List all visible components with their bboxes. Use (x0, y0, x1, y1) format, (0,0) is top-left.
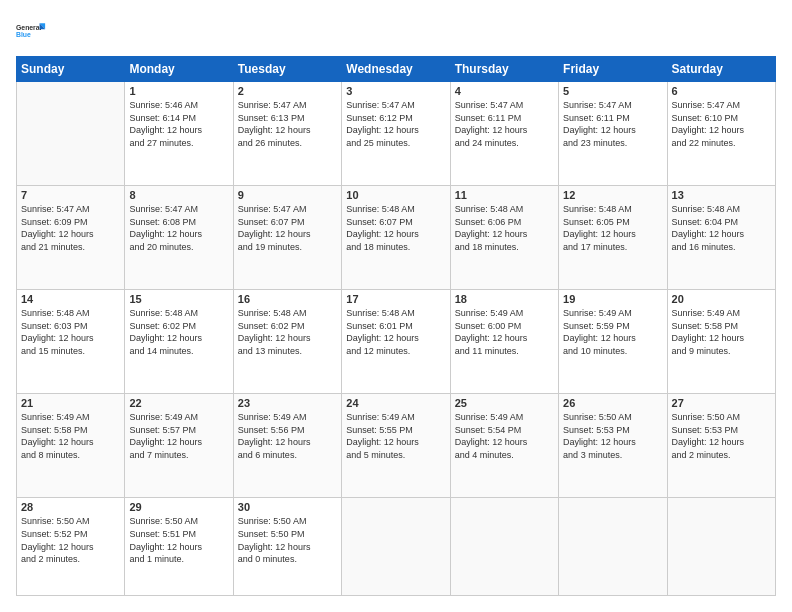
day-number: 2 (238, 85, 337, 97)
calendar-week-4: 21Sunrise: 5:49 AM Sunset: 5:58 PM Dayli… (17, 394, 776, 498)
calendar-cell: 8Sunrise: 5:47 AM Sunset: 6:08 PM Daylig… (125, 186, 233, 290)
day-info: Sunrise: 5:49 AM Sunset: 5:55 PM Dayligh… (346, 411, 445, 461)
logo: GeneralBlue (16, 16, 46, 46)
day-number: 23 (238, 397, 337, 409)
day-number: 27 (672, 397, 771, 409)
calendar-week-3: 14Sunrise: 5:48 AM Sunset: 6:03 PM Dayli… (17, 290, 776, 394)
day-number: 29 (129, 501, 228, 513)
calendar-cell: 29Sunrise: 5:50 AM Sunset: 5:51 PM Dayli… (125, 498, 233, 596)
day-info: Sunrise: 5:48 AM Sunset: 6:02 PM Dayligh… (238, 307, 337, 357)
calendar-cell: 2Sunrise: 5:47 AM Sunset: 6:13 PM Daylig… (233, 82, 341, 186)
calendar-cell: 22Sunrise: 5:49 AM Sunset: 5:57 PM Dayli… (125, 394, 233, 498)
calendar-cell: 9Sunrise: 5:47 AM Sunset: 6:07 PM Daylig… (233, 186, 341, 290)
calendar-cell (450, 498, 558, 596)
calendar-cell: 18Sunrise: 5:49 AM Sunset: 6:00 PM Dayli… (450, 290, 558, 394)
day-number: 13 (672, 189, 771, 201)
calendar-cell: 3Sunrise: 5:47 AM Sunset: 6:12 PM Daylig… (342, 82, 450, 186)
day-info: Sunrise: 5:50 AM Sunset: 5:51 PM Dayligh… (129, 515, 228, 565)
day-info: Sunrise: 5:50 AM Sunset: 5:50 PM Dayligh… (238, 515, 337, 565)
logo-icon: GeneralBlue (16, 16, 46, 46)
calendar-cell: 26Sunrise: 5:50 AM Sunset: 5:53 PM Dayli… (559, 394, 667, 498)
svg-text:General: General (16, 24, 42, 31)
calendar-week-5: 28Sunrise: 5:50 AM Sunset: 5:52 PM Dayli… (17, 498, 776, 596)
calendar-cell (342, 498, 450, 596)
day-info: Sunrise: 5:50 AM Sunset: 5:52 PM Dayligh… (21, 515, 120, 565)
calendar-header-thursday: Thursday (450, 57, 558, 82)
day-info: Sunrise: 5:49 AM Sunset: 6:00 PM Dayligh… (455, 307, 554, 357)
calendar-week-1: 1Sunrise: 5:46 AM Sunset: 6:14 PM Daylig… (17, 82, 776, 186)
day-number: 10 (346, 189, 445, 201)
calendar-header-row: SundayMondayTuesdayWednesdayThursdayFrid… (17, 57, 776, 82)
day-number: 5 (563, 85, 662, 97)
calendar-cell: 20Sunrise: 5:49 AM Sunset: 5:58 PM Dayli… (667, 290, 775, 394)
day-info: Sunrise: 5:48 AM Sunset: 6:06 PM Dayligh… (455, 203, 554, 253)
day-number: 20 (672, 293, 771, 305)
day-number: 24 (346, 397, 445, 409)
page: GeneralBlue SundayMondayTuesdayWednesday… (0, 0, 792, 612)
calendar-cell: 27Sunrise: 5:50 AM Sunset: 5:53 PM Dayli… (667, 394, 775, 498)
day-number: 8 (129, 189, 228, 201)
day-number: 11 (455, 189, 554, 201)
calendar-header-friday: Friday (559, 57, 667, 82)
calendar-cell: 4Sunrise: 5:47 AM Sunset: 6:11 PM Daylig… (450, 82, 558, 186)
calendar-cell: 24Sunrise: 5:49 AM Sunset: 5:55 PM Dayli… (342, 394, 450, 498)
day-info: Sunrise: 5:48 AM Sunset: 6:05 PM Dayligh… (563, 203, 662, 253)
calendar-cell (667, 498, 775, 596)
calendar-cell: 19Sunrise: 5:49 AM Sunset: 5:59 PM Dayli… (559, 290, 667, 394)
day-number: 9 (238, 189, 337, 201)
day-info: Sunrise: 5:47 AM Sunset: 6:09 PM Dayligh… (21, 203, 120, 253)
calendar-cell: 7Sunrise: 5:47 AM Sunset: 6:09 PM Daylig… (17, 186, 125, 290)
calendar-cell (17, 82, 125, 186)
calendar-cell: 1Sunrise: 5:46 AM Sunset: 6:14 PM Daylig… (125, 82, 233, 186)
day-info: Sunrise: 5:46 AM Sunset: 6:14 PM Dayligh… (129, 99, 228, 149)
calendar-table: SundayMondayTuesdayWednesdayThursdayFrid… (16, 56, 776, 596)
calendar-header-tuesday: Tuesday (233, 57, 341, 82)
calendar-header-saturday: Saturday (667, 57, 775, 82)
day-number: 7 (21, 189, 120, 201)
calendar-week-2: 7Sunrise: 5:47 AM Sunset: 6:09 PM Daylig… (17, 186, 776, 290)
day-info: Sunrise: 5:47 AM Sunset: 6:11 PM Dayligh… (563, 99, 662, 149)
calendar-cell: 25Sunrise: 5:49 AM Sunset: 5:54 PM Dayli… (450, 394, 558, 498)
day-info: Sunrise: 5:47 AM Sunset: 6:08 PM Dayligh… (129, 203, 228, 253)
day-info: Sunrise: 5:48 AM Sunset: 6:02 PM Dayligh… (129, 307, 228, 357)
calendar-cell: 6Sunrise: 5:47 AM Sunset: 6:10 PM Daylig… (667, 82, 775, 186)
calendar-cell: 17Sunrise: 5:48 AM Sunset: 6:01 PM Dayli… (342, 290, 450, 394)
calendar-cell: 15Sunrise: 5:48 AM Sunset: 6:02 PM Dayli… (125, 290, 233, 394)
day-info: Sunrise: 5:49 AM Sunset: 5:58 PM Dayligh… (672, 307, 771, 357)
day-info: Sunrise: 5:47 AM Sunset: 6:12 PM Dayligh… (346, 99, 445, 149)
day-number: 4 (455, 85, 554, 97)
calendar-cell: 14Sunrise: 5:48 AM Sunset: 6:03 PM Dayli… (17, 290, 125, 394)
day-info: Sunrise: 5:48 AM Sunset: 6:07 PM Dayligh… (346, 203, 445, 253)
day-number: 6 (672, 85, 771, 97)
day-number: 15 (129, 293, 228, 305)
day-info: Sunrise: 5:47 AM Sunset: 6:13 PM Dayligh… (238, 99, 337, 149)
day-info: Sunrise: 5:47 AM Sunset: 6:11 PM Dayligh… (455, 99, 554, 149)
day-number: 25 (455, 397, 554, 409)
calendar-header-monday: Monday (125, 57, 233, 82)
day-info: Sunrise: 5:49 AM Sunset: 5:56 PM Dayligh… (238, 411, 337, 461)
calendar-cell: 21Sunrise: 5:49 AM Sunset: 5:58 PM Dayli… (17, 394, 125, 498)
day-info: Sunrise: 5:48 AM Sunset: 6:03 PM Dayligh… (21, 307, 120, 357)
day-info: Sunrise: 5:48 AM Sunset: 6:01 PM Dayligh… (346, 307, 445, 357)
day-number: 21 (21, 397, 120, 409)
day-info: Sunrise: 5:49 AM Sunset: 5:57 PM Dayligh… (129, 411, 228, 461)
calendar-cell (559, 498, 667, 596)
calendar-cell: 13Sunrise: 5:48 AM Sunset: 6:04 PM Dayli… (667, 186, 775, 290)
day-number: 12 (563, 189, 662, 201)
day-info: Sunrise: 5:48 AM Sunset: 6:04 PM Dayligh… (672, 203, 771, 253)
day-number: 14 (21, 293, 120, 305)
day-number: 22 (129, 397, 228, 409)
day-info: Sunrise: 5:50 AM Sunset: 5:53 PM Dayligh… (563, 411, 662, 461)
day-info: Sunrise: 5:50 AM Sunset: 5:53 PM Dayligh… (672, 411, 771, 461)
calendar-cell: 28Sunrise: 5:50 AM Sunset: 5:52 PM Dayli… (17, 498, 125, 596)
day-info: Sunrise: 5:47 AM Sunset: 6:07 PM Dayligh… (238, 203, 337, 253)
day-info: Sunrise: 5:49 AM Sunset: 5:54 PM Dayligh… (455, 411, 554, 461)
day-number: 26 (563, 397, 662, 409)
day-number: 30 (238, 501, 337, 513)
day-number: 1 (129, 85, 228, 97)
calendar-cell: 5Sunrise: 5:47 AM Sunset: 6:11 PM Daylig… (559, 82, 667, 186)
calendar-header-sunday: Sunday (17, 57, 125, 82)
calendar-cell: 12Sunrise: 5:48 AM Sunset: 6:05 PM Dayli… (559, 186, 667, 290)
header: GeneralBlue (16, 16, 776, 46)
day-info: Sunrise: 5:47 AM Sunset: 6:10 PM Dayligh… (672, 99, 771, 149)
